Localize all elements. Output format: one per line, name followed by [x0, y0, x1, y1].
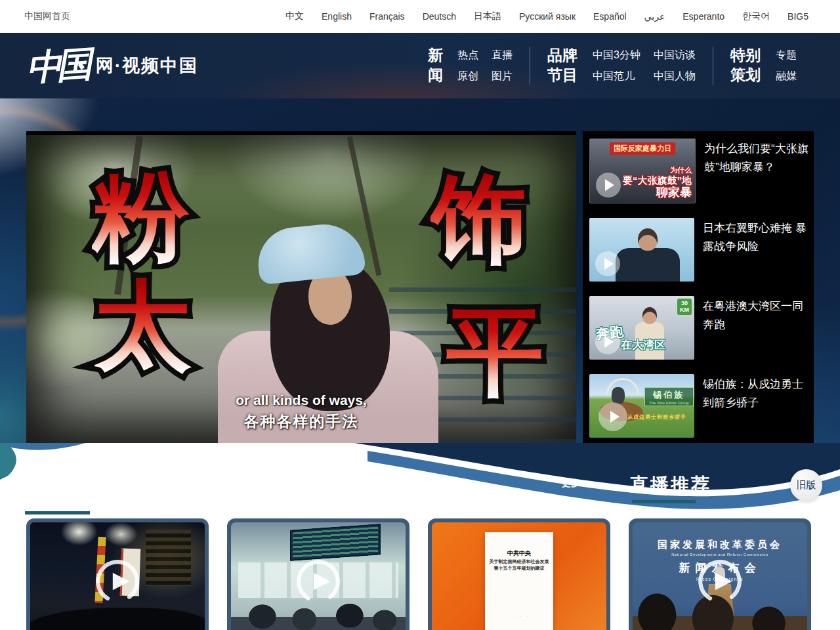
live-card-hospital-hall[interactable]	[227, 518, 410, 630]
video-thumbnail: 锡伯族 The Xibe Ethnic Group 从戍边勇士到箭乡骄子	[589, 374, 694, 438]
lang-arabic[interactable]: عربي	[644, 11, 665, 22]
overlay-char: 平平	[446, 303, 543, 400]
hero-subtitle-zh: 各种各样的手法	[26, 411, 576, 432]
nav-china-people[interactable]: 中国人物	[654, 70, 696, 83]
nav-topics[interactable]: 专题	[776, 49, 797, 62]
play-icon[interactable]	[696, 557, 744, 606]
nav-original[interactable]: 原创	[457, 70, 478, 83]
document-line: 关于制定国民经济和社会发展	[490, 558, 549, 566]
nav-section-news: 新闻 热点 原创 直播 图片	[411, 46, 530, 85]
video-title: 在粤港澳大湾区一同奔跑	[703, 296, 813, 360]
nav-section-special: 特别策划 专题 融媒	[713, 46, 814, 85]
play-icon[interactable]	[294, 557, 343, 606]
nav-col: 专题 融媒	[776, 49, 797, 83]
video-thumbnail	[589, 218, 694, 282]
lang-english[interactable]: English	[322, 11, 352, 22]
lang-esperanto[interactable]: Esperanto	[682, 11, 724, 22]
main-nav: 新闻 热点 原创 直播 图片 品牌节目 中国3分钟 中国范儿 中国访谈	[411, 46, 814, 85]
page: 中国网首页 中文 English Français Deutsch 日本語 Ру…	[0, 0, 840, 630]
language-nav: 中文 English Français Deutsch 日本語 Русский …	[285, 10, 808, 22]
nav-col: 热点 原创	[457, 49, 478, 83]
nav-china-style[interactable]: 中国范儿	[593, 70, 640, 83]
play-icon[interactable]	[598, 402, 627, 431]
live-card-ndrc-press[interactable]: 国家发展和改革委员会 National Development and Refo…	[629, 518, 811, 630]
scenery-building	[146, 530, 191, 586]
thumbnail-banner: 国际反家庭暴力日	[610, 142, 675, 155]
video-list-item[interactable]: 日本右翼野心难掩 暴露战争风险	[589, 218, 814, 282]
wave-graphic	[0, 443, 840, 518]
play-icon[interactable]	[595, 251, 620, 276]
thumbnail-title-box: 锡伯族 The Xibe Ethnic Group	[644, 387, 694, 406]
nav-brand-programs[interactable]: 品牌节目	[547, 46, 579, 85]
nav-news[interactable]: 新闻	[428, 46, 444, 85]
video-title: 为什么我们要“大张旗鼓”地聊家暴？	[704, 138, 814, 203]
play-icon[interactable]	[596, 173, 621, 198]
more-link[interactable]: 更多>>	[562, 478, 591, 490]
logo-suffix: 网·视频中国	[96, 54, 198, 77]
live-card-five-year-plan[interactable]: 中共中央 关于制定国民经济和社会发展 第十五个五年规划的建议 · · · ·	[428, 518, 610, 630]
lang-french[interactable]: Français	[369, 11, 405, 22]
lang-german[interactable]: Deutsch	[423, 11, 456, 22]
video-thumbnail: 国际反家庭暴力日 为什么 要“大张旗鼓”地 聊家暴	[589, 138, 696, 203]
featured-video-list: 国际反家庭暴力日 为什么 要“大张旗鼓”地 聊家暴 为什么我们要“大张旗鼓”地聊…	[583, 131, 814, 443]
nav-china-talk[interactable]: 中国访谈	[654, 49, 696, 62]
nav-live[interactable]: 直播	[492, 49, 513, 62]
lang-zh[interactable]: 中文	[285, 10, 304, 22]
lang-spanish[interactable]: Español	[593, 11, 627, 22]
nav-pictures[interactable]: 图片	[492, 70, 513, 83]
thumbnail-title-sub: The Xibe Ethnic Group	[649, 401, 689, 405]
nav-hotspot[interactable]: 热点	[457, 49, 478, 62]
nav-col: 中国访谈 中国人物	[654, 49, 696, 83]
site-logo[interactable]: 中国 网·视频中国	[26, 48, 198, 83]
person-figure	[642, 307, 657, 324]
wave-transition: 更多>> 直播推荐 旧版	[0, 443, 840, 518]
thumbnail-caption: 在大湾区	[621, 337, 665, 352]
video-thumbnail: 奔跑 在大湾区 30 KM	[589, 296, 694, 360]
nav-col: 中国3分钟 中国范儿	[593, 49, 640, 83]
video-title: 日本右翼野心难掩 暴露战争风险	[703, 218, 813, 282]
lang-russian[interactable]: Русский язык	[519, 11, 576, 22]
thumbnail-caption: 从戍边勇士到箭乡骄子	[627, 413, 686, 421]
hero-section: 粉粉 饰饰 太太 平平 or all kinds of ways, 各种各样的手…	[0, 98, 840, 443]
play-icon[interactable]	[595, 329, 620, 354]
live-cards-row: 中共中央 关于制定国民经济和社会发展 第十五个五年规划的建议 · · · · 国…	[0, 518, 840, 630]
nav-china-3min[interactable]: 中国3分钟	[593, 49, 640, 62]
overlay-char: 饰饰	[430, 171, 528, 268]
distance-badge: 30 KM	[677, 299, 692, 315]
overlay-char: 太太	[94, 277, 192, 374]
video-list-item[interactable]: 奔跑 在大湾区 30 KM 在粤港澳大湾区一同奔跑	[589, 296, 814, 360]
china-net-home-link[interactable]: 中国网首页	[24, 10, 70, 22]
lang-japanese[interactable]: 日本語	[474, 10, 501, 22]
card-image: 中共中央 关于制定国民经济和社会发展 第十五个五年规划的建议 · · · ·	[432, 522, 606, 630]
live-recommend-title: 直播推荐	[630, 472, 711, 497]
backdrop-line: National Development and Reform Commissi…	[633, 553, 807, 556]
scenery-crowd	[26, 608, 209, 630]
lang-korean[interactable]: 한국어	[742, 10, 770, 22]
thumbnail-caption: 为什么 要“大张旗鼓”地 聊家暴	[623, 166, 692, 200]
document-line: 中共中央	[507, 549, 531, 558]
section-underline	[25, 511, 90, 514]
document-line: 第十五个五年规划的建议	[494, 565, 545, 572]
lang-big5[interactable]: BIG5	[788, 11, 808, 22]
site-header: 中国 网·视频中国 新闻 热点 原创 直播 图片 品牌节目 中国3分钟	[0, 33, 840, 98]
video-list-item[interactable]: 锡伯族 The Xibe Ethnic Group 从戍边勇士到箭乡骄子 锡伯族…	[589, 374, 814, 438]
nav-section-brand-programs: 品牌节目 中国3分钟 中国范儿 中国访谈 中国人物	[530, 46, 713, 85]
nav-col: 直播 图片	[492, 49, 513, 83]
person-figure	[638, 228, 658, 251]
document-publisher-mark: · · · ·	[508, 614, 530, 618]
featured-video[interactable]: 粉粉 饰饰 太太 平平 or all kinds of ways, 各种各样的手…	[26, 131, 576, 443]
document-cover: 中共中央 关于制定国民经济和社会发展 第十五个五年规划的建议 · · · ·	[485, 532, 553, 630]
hero-subtitle-en: or all kinds of ways,	[26, 392, 576, 408]
backdrop-line: 国家发展和改革委员会	[633, 539, 807, 551]
live-card-night-protest[interactable]	[26, 518, 209, 630]
scenery-crowd	[231, 602, 406, 630]
top-utility-bar: 中国网首页 中文 English Français Deutsch 日本語 Ру…	[0, 0, 840, 33]
play-icon[interactable]	[93, 557, 142, 606]
old-version-button[interactable]: 旧版	[790, 469, 822, 501]
person-figure	[616, 248, 680, 282]
video-list-item[interactable]: 国际反家庭暴力日 为什么 要“大张旗鼓”地 聊家暴 为什么我们要“大张旗鼓”地聊…	[589, 138, 814, 203]
scenery-screen	[290, 524, 381, 560]
person-figure	[255, 220, 366, 285]
nav-converged-media[interactable]: 融媒	[776, 70, 797, 83]
nav-special-planning[interactable]: 特别策划	[730, 46, 763, 85]
